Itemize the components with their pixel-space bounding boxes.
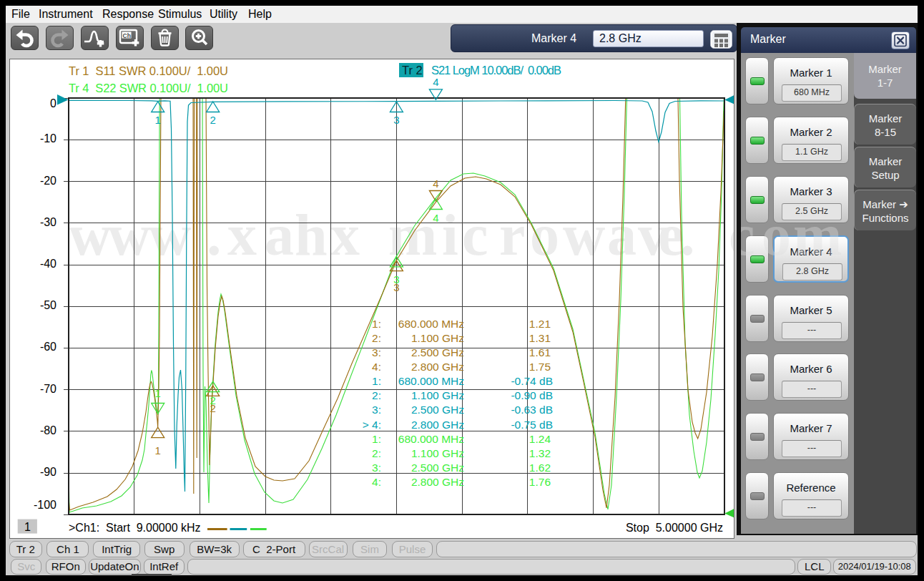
svg-text:1:: 1: xyxy=(372,433,381,445)
svg-text:-0.75 dB: -0.75 dB xyxy=(511,419,553,431)
svg-text:680.000 MHz: 680.000 MHz xyxy=(398,375,464,387)
svg-text:-10: -10 xyxy=(40,132,56,145)
svg-text:0: 0 xyxy=(50,97,56,109)
svg-text:1.100 GHz: 1.100 GHz xyxy=(411,447,464,459)
svg-text:1.100 GHz: 1.100 GHz xyxy=(411,389,464,401)
svg-text:w: w xyxy=(108,202,150,268)
svg-text:1.32: 1.32 xyxy=(529,447,551,459)
svg-text:1.24: 1.24 xyxy=(529,433,551,445)
svg-text:w: w xyxy=(149,202,191,268)
svg-text:1:: 1: xyxy=(372,318,381,330)
svg-text:1: 1 xyxy=(24,521,31,533)
svg-text:1.76: 1.76 xyxy=(529,476,551,488)
svg-text:w: w xyxy=(69,202,111,268)
svg-text:-0.74 dB: -0.74 dB xyxy=(511,375,553,387)
svg-text:> 4:: > 4: xyxy=(363,419,381,431)
svg-text:S21 LogM 10.00dB/ 0.00dB: S21 LogM 10.00dB/ 0.00dB xyxy=(431,64,561,77)
svg-text:-50: -50 xyxy=(40,299,56,311)
svg-text:Tr 1 S11 SWR 0.100U/ 1.00U: Tr 1 S11 SWR 0.100U/ 1.00U xyxy=(69,64,228,77)
svg-text:x: x xyxy=(227,202,257,268)
svg-text:3: 3 xyxy=(393,114,399,126)
svg-text:2.800 GHz: 2.800 GHz xyxy=(411,419,464,431)
svg-text:2:: 2: xyxy=(372,447,381,459)
svg-text:-100: -100 xyxy=(34,499,56,511)
svg-text:Ch: Ch xyxy=(123,32,131,39)
svg-text:r: r xyxy=(499,202,525,268)
svg-text:1: 1 xyxy=(155,114,161,126)
svg-text:1: 1 xyxy=(155,444,161,456)
svg-text:-90: -90 xyxy=(40,466,56,478)
svg-text:2.500 GHz: 2.500 GHz xyxy=(411,462,464,474)
svg-text:.: . xyxy=(207,202,222,268)
svg-text:2.500 GHz: 2.500 GHz xyxy=(411,404,464,416)
svg-text:4:: 4: xyxy=(372,476,381,488)
svg-text:1:: 1: xyxy=(372,375,381,387)
svg-text:-70: -70 xyxy=(40,383,56,395)
svg-text:4: 4 xyxy=(433,76,438,88)
svg-text:-20: -20 xyxy=(40,175,56,187)
svg-text:-40: -40 xyxy=(40,258,56,270)
svg-text:Stop 5.00000 GHz: Stop 5.00000 GHz xyxy=(626,522,723,534)
svg-text:-60: -60 xyxy=(40,341,56,353)
svg-text:1.62: 1.62 xyxy=(529,462,551,474)
svg-text:2:: 2: xyxy=(372,332,381,344)
svg-text:w: w xyxy=(563,202,605,268)
svg-text:-0.63 dB: -0.63 dB xyxy=(511,404,553,416)
svg-text:i: i xyxy=(442,202,458,268)
svg-text:4:: 4: xyxy=(372,361,381,373)
svg-text:x: x xyxy=(330,202,360,268)
svg-text:1.75: 1.75 xyxy=(529,361,551,373)
svg-text:3: 3 xyxy=(393,273,399,285)
svg-text:2: 2 xyxy=(210,394,216,406)
svg-text:2: 2 xyxy=(210,114,216,126)
svg-text:2.800 GHz: 2.800 GHz xyxy=(411,476,464,488)
svg-text:2.500 GHz: 2.500 GHz xyxy=(411,346,464,358)
svg-text:Tr 2: Tr 2 xyxy=(402,64,423,77)
svg-text:o: o xyxy=(530,202,559,268)
svg-text:1: 1 xyxy=(155,387,161,399)
svg-text:1.100 GHz: 1.100 GHz xyxy=(411,332,464,344)
svg-text:a: a xyxy=(265,202,294,268)
svg-text:Tr 4 S22 SWR 0.100U/ 1.00U: Tr 4 S22 SWR 0.100U/ 1.00U xyxy=(69,82,228,94)
svg-text:4: 4 xyxy=(433,212,438,224)
svg-text:1.21: 1.21 xyxy=(529,318,551,330)
svg-text:h: h xyxy=(295,202,328,268)
svg-text:-0.90 dB: -0.90 dB xyxy=(511,389,553,401)
svg-text:4: 4 xyxy=(433,177,438,190)
svg-text:1.31: 1.31 xyxy=(529,332,551,344)
svg-text:3:: 3: xyxy=(372,404,381,416)
svg-text:-30: -30 xyxy=(40,216,56,228)
svg-text:680.000 MHz: 680.000 MHz xyxy=(398,433,464,445)
svg-text:3:: 3: xyxy=(372,462,381,474)
svg-text:3:: 3: xyxy=(372,346,381,358)
svg-text:2:: 2: xyxy=(372,389,381,401)
svg-text:1.61: 1.61 xyxy=(529,346,551,358)
svg-text:c: c xyxy=(729,202,734,268)
svg-text:c: c xyxy=(462,202,488,268)
svg-text:2.800 GHz: 2.800 GHz xyxy=(411,361,464,373)
svg-text:>Ch1: Start 9.00000 kHz: >Ch1: Start 9.00000 kHz xyxy=(69,522,201,534)
svg-text:680.000 MHz: 680.000 MHz xyxy=(398,318,464,330)
svg-text:-80: -80 xyxy=(40,424,56,436)
